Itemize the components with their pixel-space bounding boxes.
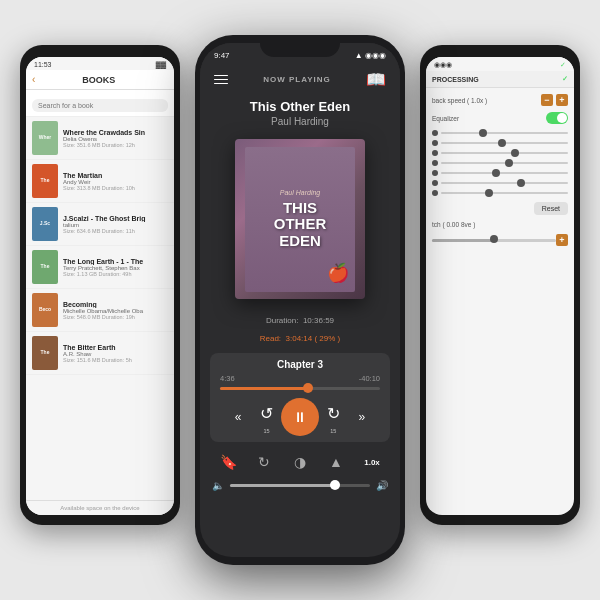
- book-title-text: The Bitter Earth: [63, 344, 168, 351]
- list-item[interactable]: The The Martian Andy Weir Size: 313.8 MB…: [26, 160, 174, 203]
- volume-slider[interactable]: [230, 484, 370, 487]
- pitch-plus-button[interactable]: +: [556, 234, 568, 246]
- progress-thumb[interactable]: [303, 383, 313, 393]
- airplay-button[interactable]: ▲: [324, 450, 348, 474]
- eq-band[interactable]: [432, 160, 568, 166]
- book-author: Paul Harding: [214, 116, 386, 127]
- skip-forward-label: 15: [330, 429, 336, 435]
- books-title: BOOKS: [39, 75, 158, 85]
- chapter-progress-bar[interactable]: [220, 387, 380, 390]
- book-info: Where the Crawdads Sin Delia Owens Size:…: [63, 129, 168, 148]
- eq-band[interactable]: [432, 140, 568, 146]
- eq-track[interactable]: [441, 162, 568, 164]
- rewind-button[interactable]: «: [224, 403, 252, 431]
- skip-back-label: 15: [264, 429, 270, 435]
- book-info: The Long Earth - 1 - The Terry Pratchett…: [63, 258, 168, 277]
- left-screen: 11:53 ▓▓ ‹ BOOKS Wher Where the Crawdads…: [26, 57, 174, 515]
- book-title-text: Becoming: [63, 301, 168, 308]
- list-item[interactable]: J.Sc J.Scalzi - The Ghost Brig talium Si…: [26, 203, 174, 246]
- skip-back-wrap: ↺ 15: [253, 400, 281, 435]
- eq-thumb[interactable]: [517, 179, 525, 187]
- eq-band[interactable]: [432, 150, 568, 156]
- book-meta: Size: 313.8 MB Duration: 10h: [63, 185, 168, 191]
- book-title-text: The Long Earth - 1 - The: [63, 258, 168, 265]
- read-label: Read:: [260, 334, 281, 343]
- menu-icon[interactable]: [214, 75, 228, 85]
- eq-track[interactable]: [441, 182, 568, 184]
- read-value: 3:04:14 ( 29% ): [286, 334, 341, 343]
- eq-track[interactable]: [441, 192, 568, 194]
- eq-track[interactable]: [441, 132, 568, 134]
- duration-label: Duration:: [266, 316, 298, 325]
- eq-band[interactable]: [432, 130, 568, 136]
- list-item[interactable]: Wher Where the Crawdads Sin Delia Owens …: [26, 117, 174, 160]
- volume-thumb[interactable]: [330, 480, 340, 490]
- book-meta: Size: 634.6 MB Duration: 11h: [63, 228, 168, 234]
- book-meta: Size: 351.6 MB Duration: 12h: [63, 142, 168, 148]
- book-cover-area: Paul Harding THIS OTHER EDEN 🍎: [200, 133, 400, 305]
- speed-control[interactable]: − +: [541, 94, 568, 106]
- list-item[interactable]: Beco Becoming Michelle Obama/Michelle Ob…: [26, 289, 174, 332]
- equalizer-row: Equalizer: [432, 112, 568, 124]
- speed-minus-button[interactable]: −: [541, 94, 553, 106]
- book-meta: Size: 548.0 MB Duration: 19h: [63, 314, 168, 320]
- skip-back-button[interactable]: ↺: [253, 400, 281, 428]
- eq-band[interactable]: [432, 190, 568, 196]
- eq-band[interactable]: [432, 170, 568, 176]
- eq-thumb[interactable]: [511, 149, 519, 157]
- eq-dot: [432, 140, 438, 146]
- cover-author: Paul Harding: [280, 189, 320, 196]
- chapter-area: Chapter 3 4:36 -40:10 « ↺ 15 ⏸: [210, 353, 390, 442]
- eq-track[interactable]: [441, 142, 568, 144]
- cover-title: THIS OTHER EDEN: [274, 200, 327, 250]
- library-icon[interactable]: 📖: [366, 70, 386, 89]
- eq-track[interactable]: [441, 172, 568, 174]
- time-elapsed: 4:36: [220, 374, 235, 383]
- speed-label: back speed ( 1.0x ): [432, 97, 487, 104]
- eq-track[interactable]: [441, 152, 568, 154]
- chapter-label: Chapter 3: [220, 359, 380, 370]
- right-screen: ◉◉◉ ✓ PROCESSING ✓ back speed ( 1.0x ) −…: [426, 57, 574, 515]
- bookmark-button[interactable]: 🔖: [216, 450, 240, 474]
- fast-forward-button[interactable]: »: [348, 403, 376, 431]
- speed-plus-button[interactable]: +: [556, 94, 568, 106]
- eq-thumb[interactable]: [492, 169, 500, 177]
- reset-button[interactable]: Reset: [534, 202, 568, 215]
- book-thumbnail: The: [32, 250, 58, 284]
- book-cover-inner: Paul Harding THIS OTHER EDEN 🍎: [245, 147, 355, 292]
- eq-band[interactable]: [432, 180, 568, 186]
- eq-dot: [432, 130, 438, 136]
- left-search-bar[interactable]: [26, 90, 174, 117]
- volume-low-icon: 🔈: [212, 480, 224, 491]
- progress-fill: [220, 387, 308, 390]
- volume-row: 🔈 🔊: [200, 478, 400, 497]
- book-title-text: Where the Crawdads Sin: [63, 129, 168, 136]
- eq-thumb[interactable]: [498, 139, 506, 147]
- skip-forward-button[interactable]: ↻: [319, 400, 347, 428]
- book-title: This Other Eden: [214, 99, 386, 114]
- left-header: ‹ BOOKS: [26, 70, 174, 90]
- eq-dot: [432, 180, 438, 186]
- play-pause-button[interactable]: ⏸: [281, 398, 319, 436]
- search-input[interactable]: [32, 99, 168, 112]
- left-status-bar: 11:53 ▓▓: [26, 57, 174, 70]
- duration-area: Duration: 10:36:59 Read: 3:04:14 ( 29% ): [200, 305, 400, 349]
- list-item[interactable]: The The Long Earth - 1 - The Terry Pratc…: [26, 246, 174, 289]
- equalizer-toggle[interactable]: [546, 112, 568, 124]
- eq-thumb[interactable]: [505, 159, 513, 167]
- book-meta: Size: 1.13 GB Duration: 49h: [63, 271, 168, 277]
- volume-high-icon: 🔊: [376, 480, 388, 491]
- book-title-text: The Martian: [63, 172, 168, 179]
- speed-button[interactable]: 1.0x: [360, 450, 384, 474]
- center-time: 9:47: [214, 51, 230, 60]
- book-thumbnail: Beco: [32, 293, 58, 327]
- back-icon[interactable]: ‹: [32, 74, 35, 85]
- list-item[interactable]: The The Bitter Earth A.R. Shaw Size: 151…: [26, 332, 174, 375]
- skip-forward-wrap: ↻ 15: [319, 400, 347, 435]
- right-status-bar: ◉◉◉ ✓: [426, 57, 574, 71]
- eq-thumb[interactable]: [485, 189, 493, 197]
- pitch-slider[interactable]: [432, 239, 556, 242]
- eq-thumb[interactable]: [479, 129, 487, 137]
- sleep-button[interactable]: ◑: [288, 450, 312, 474]
- repeat-button[interactable]: ↻: [252, 450, 276, 474]
